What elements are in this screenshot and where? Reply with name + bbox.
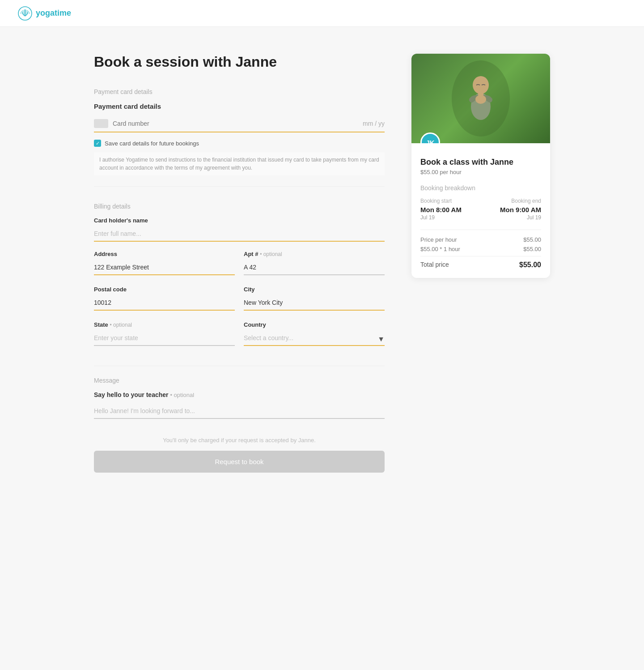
breakdown-date-row: Jul 19 Jul 19 [420,214,541,228]
country-select[interactable]: Select a country... United States United… [244,331,385,346]
cardholder-input[interactable] [94,226,385,242]
apt-input[interactable] [244,260,385,275]
card-expiry: mm / yy [363,120,385,127]
save-card-checkbox[interactable] [94,140,101,147]
section-divider-2 [94,366,385,366]
postal-label: Postal code [94,286,235,293]
request-to-book-button[interactable]: Request to book [94,451,385,473]
end-time: Mon 9:00 AM [500,206,541,213]
country-select-wrapper: Select a country... United States United… [244,331,385,355]
breakdown-title: Booking breakdown [420,184,541,192]
booking-end-label: Booking end [511,198,541,204]
address-apt-row: Address Apt # • optional [94,251,385,284]
teacher-image: JK [411,54,550,143]
apt-label: Apt # • optional [244,251,385,257]
charge-notice: You'll only be charged if your request i… [94,437,385,444]
city-label: City [244,286,385,293]
booking-card: JK Book a class with Janne $55.00 per ho… [411,54,550,278]
save-card-row[interactable]: Save card details for future bookings [94,140,385,147]
price-per-hour-value: $55.00 [523,236,541,243]
billing-section-label: Billing details [94,203,385,210]
hours-label: $55.00 * 1 hour [420,246,460,252]
hours-row: $55.00 * 1 hour $55.00 [420,246,541,252]
card-icon [94,119,108,128]
end-date: Jul 19 [527,214,541,221]
card-input-group[interactable]: mm / yy [94,115,385,132]
total-row: Total price $55.00 [420,256,541,269]
teacher-illustration [449,57,512,140]
page-title: Book a session with Janne [94,54,385,70]
svg-point-5 [475,95,486,104]
booking-card-body: Book a class with Janne $55.00 per hour … [411,143,550,278]
payment-heading: Payment card details [94,102,385,110]
hours-value: $55.00 [523,246,541,252]
payment-section: Payment card details Payment card detail… [94,88,385,175]
address-input[interactable] [94,260,235,275]
say-hello-label: Say hello to your teacher • optional [94,391,385,398]
price-per-hour-row: Price per hour $55.00 [420,236,541,243]
city-input[interactable] [244,295,385,311]
message-section-label: Message [94,377,385,384]
state-input[interactable] [94,331,235,346]
message-section: Message Say hello to your teacher • opti… [94,377,385,419]
right-panel: JK Book a class with Janne $55.00 per ho… [411,54,550,473]
left-panel: Book a session with Janne Payment card d… [94,54,385,473]
svg-point-3 [473,76,489,94]
price-per-hour-text: $55.00 per hour [420,169,541,175]
teacher-avatar-badge: JK [420,132,440,143]
cardholder-label: Card holder's name [94,217,385,224]
postal-city-row: Postal code City [94,286,385,320]
total-value: $55.00 [519,261,541,269]
postal-input[interactable] [94,295,235,311]
total-label: Total price [420,261,449,269]
state-label: State • optional [94,321,235,328]
logo-text: yogatime [36,9,71,18]
lotus-icon [18,6,32,21]
booking-start-label: Booking start [420,198,452,204]
country-label: Country [244,321,385,328]
card-number-input[interactable] [113,120,363,127]
state-country-row: State • optional Country Select a countr… [94,321,385,355]
apt-field: Apt # • optional [244,251,385,284]
auth-text: I authorise Yogatime to send instruction… [94,152,385,175]
breakdown-header-row: Booking start Booking end [420,198,541,204]
section-divider-1 [94,186,385,187]
address-field: Address [94,251,235,284]
save-card-label: Save card details for future bookings [105,140,199,147]
city-field: City [244,286,385,320]
price-per-hour-label: Price per hour [420,236,457,243]
header: yogatime [0,0,644,27]
country-field: Country Select a country... United State… [244,321,385,355]
payment-section-label: Payment card details [94,88,385,95]
start-time: Mon 8:00 AM [420,206,462,213]
postal-field: Postal code [94,286,235,320]
class-title: Book a class with Janne [420,158,541,167]
cardholder-field: Card holder's name [94,217,385,251]
state-field: State • optional [94,321,235,355]
breakdown-time-row: Mon 8:00 AM Mon 9:00 AM [420,206,541,213]
start-date: Jul 19 [420,214,435,221]
billing-section: Billing details Card holder's name Addre… [94,203,385,355]
message-input[interactable] [94,404,385,419]
logo: yogatime [18,6,71,21]
address-label: Address [94,251,235,257]
price-row: Price per hour $55.00 $55.00 * 1 hour $5… [420,230,541,252]
